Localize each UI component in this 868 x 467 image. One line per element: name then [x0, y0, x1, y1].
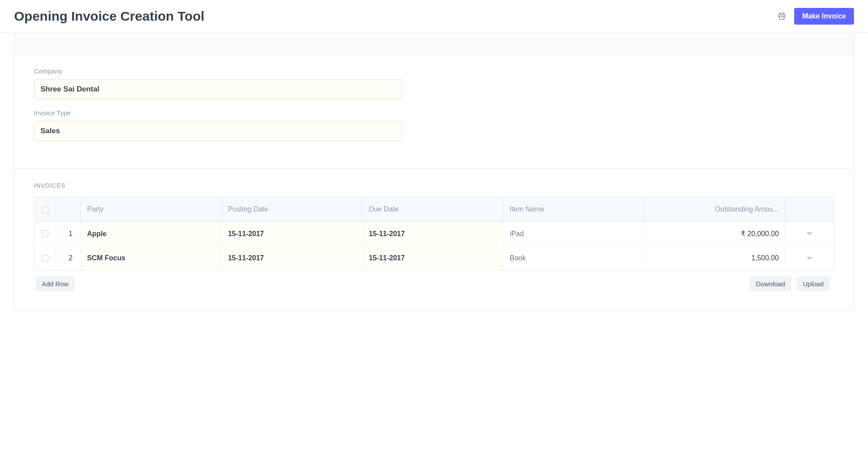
header-outstanding[interactable]: Outstanding Amou... — [645, 197, 785, 221]
company-control: Company — [34, 67, 402, 99]
chevron-down-icon — [806, 257, 813, 260]
row-posting-date[interactable]: 15-11-2017 — [222, 222, 362, 246]
row-checkbox[interactable] — [42, 230, 48, 237]
row-check-cell — [34, 246, 56, 270]
row-checkbox[interactable] — [42, 255, 48, 262]
row-party[interactable]: SCM Focus — [81, 246, 222, 270]
form-section: Company Invoice Type — [15, 55, 853, 169]
row-due-date[interactable]: 15-11-2017 — [363, 246, 503, 270]
print-icon[interactable] — [777, 12, 786, 21]
header-item-name[interactable]: Item Name — [503, 197, 644, 221]
header-actions-cell — [785, 197, 834, 221]
footer-right: Download Upload — [750, 277, 830, 291]
row-item-name[interactable]: iPad — [503, 222, 644, 246]
upload-button[interactable]: Upload — [796, 277, 830, 291]
table-row[interactable]: 2 SCM Focus 15-11-2017 15-11-2017 Book 1… — [34, 246, 834, 270]
row-idx: 1 — [56, 222, 81, 246]
table-row[interactable]: 1 Apple 15-11-2017 15-11-2017 iPad ₹ 20,… — [34, 222, 834, 246]
invoices-table: Party Posting Date Due Date Item Name Ou… — [34, 197, 834, 270]
row-actions[interactable] — [785, 246, 834, 270]
content: Company Invoice Type INVOICES — [0, 33, 868, 325]
invoice-type-control: Invoice Type — [34, 109, 402, 141]
header-posting-date[interactable]: Posting Date — [222, 197, 362, 221]
page-header: Opening Invoice Creation Tool Make Invoi… — [0, 0, 868, 33]
chevron-down-icon — [806, 232, 813, 235]
row-outstanding[interactable]: ₹ 20,000.00 — [645, 222, 785, 246]
header-check-cell — [34, 197, 56, 221]
header-party[interactable]: Party — [81, 197, 222, 221]
select-all-checkbox[interactable] — [42, 206, 48, 213]
header-due-date[interactable]: Due Date — [363, 197, 503, 221]
row-party[interactable]: Apple — [81, 222, 222, 246]
row-check-cell — [34, 222, 56, 246]
invoices-section: INVOICES Party Posting Date Due Date Ite… — [15, 169, 853, 310]
row-posting-date[interactable]: 15-11-2017 — [222, 246, 362, 270]
row-item-name[interactable]: Book — [503, 246, 644, 270]
row-actions[interactable] — [785, 222, 834, 246]
page-title: Opening Invoice Creation Tool — [14, 9, 204, 24]
row-idx: 2 — [56, 246, 81, 270]
header-idx-cell — [56, 197, 81, 221]
invoice-type-input[interactable] — [34, 121, 402, 141]
svg-rect-1 — [780, 17, 784, 20]
company-input[interactable] — [34, 79, 402, 99]
make-invoice-button[interactable]: Make Invoice — [794, 8, 854, 25]
invoice-type-label: Invoice Type — [34, 109, 402, 117]
main-card: Company Invoice Type INVOICES — [14, 33, 854, 311]
company-label: Company — [34, 67, 402, 75]
row-outstanding[interactable]: 1,500.00 — [645, 246, 785, 270]
table-footer: Add Row Download Upload — [34, 270, 834, 291]
add-row-button[interactable]: Add Row — [36, 277, 75, 291]
invoices-section-title: INVOICES — [34, 182, 834, 189]
header-actions: Make Invoice — [777, 8, 854, 25]
download-button[interactable]: Download — [750, 277, 791, 291]
row-due-date[interactable]: 15-11-2017 — [363, 222, 503, 246]
table-header-row: Party Posting Date Due Date Item Name Ou… — [34, 197, 834, 222]
card-top-strip — [15, 33, 853, 55]
